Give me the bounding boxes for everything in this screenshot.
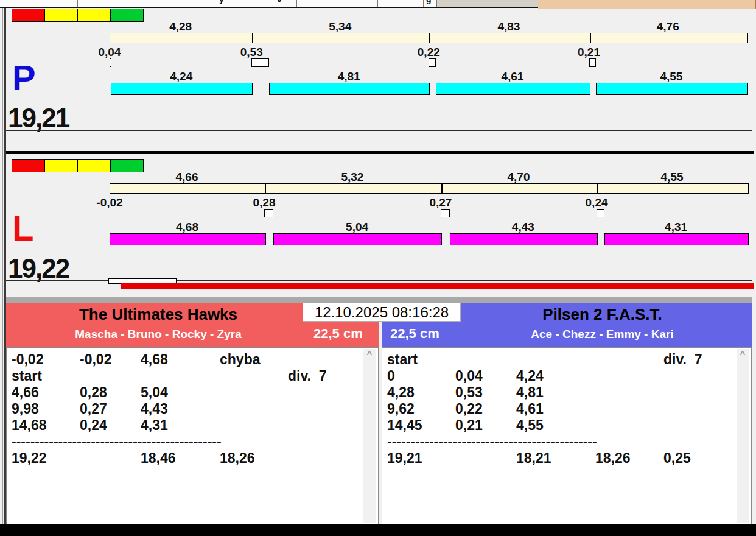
table-cell: 4,81 xyxy=(516,384,595,401)
toolbar-strip[interactable]: y v g xyxy=(0,0,538,7)
table-row: 00,044,24 xyxy=(382,368,737,384)
toolbar-segment xyxy=(437,0,538,7)
table-cell xyxy=(455,450,516,467)
table-cell xyxy=(516,351,595,368)
section-divider xyxy=(6,297,752,303)
dog-time-bar xyxy=(269,83,430,95)
lane-p: P 19,21 4,285,344,834,760,040,530,220,21… xyxy=(6,9,754,151)
status-light xyxy=(77,9,111,22)
table-cell xyxy=(220,401,288,417)
lane-underline-tick xyxy=(7,281,7,286)
table-cell xyxy=(663,368,737,384)
table-cell xyxy=(220,368,288,384)
table-cell: 18,21 xyxy=(516,450,595,467)
lane-l: L 19,22 4,665,324,704,55-0,020,280,270,2… xyxy=(6,154,754,297)
table-cell xyxy=(595,368,663,384)
table-cell: 9,98 xyxy=(12,401,80,417)
status-light xyxy=(110,159,144,172)
team-name: The Ultimates Hawks xyxy=(6,305,310,324)
status-lights xyxy=(12,9,144,22)
split-time-label: 4,66 xyxy=(175,171,198,184)
split-time-label: 4,83 xyxy=(497,20,520,34)
team-members: Ace - Chezz - Emmy - Kari xyxy=(458,328,747,341)
split-bar xyxy=(110,33,748,43)
changeover-time-label: 0,24 xyxy=(586,196,608,210)
jump-height-badge: 22,5 cm xyxy=(313,326,363,342)
changeover-time-label: 0,21 xyxy=(578,46,600,59)
scroll-up-arrow[interactable]: ^ xyxy=(363,350,376,359)
split-time-label: 5,34 xyxy=(329,20,351,34)
changeover-time-label: 0,27 xyxy=(429,196,452,210)
table-cell: 14,68 xyxy=(12,417,80,434)
changeover-marker xyxy=(429,58,436,67)
table-cell: 4,55 xyxy=(516,417,595,434)
scrollbar[interactable]: ^ xyxy=(737,349,749,523)
timestamp: 12.10.2025 08:16:28 xyxy=(303,303,461,322)
table-cell: 0,27 xyxy=(80,401,141,417)
table-row: 14,680,244,31 xyxy=(7,417,363,434)
changeover-marker xyxy=(110,208,110,219)
table-cell: -0,02 xyxy=(80,351,141,368)
scrollbar[interactable]: ^ xyxy=(363,349,376,523)
table-cell xyxy=(663,384,737,401)
changeover-marker xyxy=(441,209,450,217)
status-light xyxy=(77,159,111,172)
table-cell: 19,21 xyxy=(387,450,455,467)
split-bar-segment xyxy=(265,184,441,193)
dog-time-bar xyxy=(604,233,749,245)
table-row: 14,450,214,55 xyxy=(382,417,737,434)
dog-time-bar xyxy=(436,83,590,95)
dog-time-label: 4,31 xyxy=(665,220,687,234)
toolbar-divider xyxy=(131,0,131,7)
table-row: 4,280,534,81 xyxy=(382,384,737,401)
table-cell: 14,45 xyxy=(387,417,455,434)
scroll-up-arrow[interactable]: ^ xyxy=(737,350,749,359)
table-cell xyxy=(220,417,288,434)
lane-p-letter: P xyxy=(12,60,36,96)
table-row: startdiv. 7 xyxy=(382,351,737,368)
jump-height-badge: 22,5 cm xyxy=(390,326,439,342)
table-total-row: 19,2118,2118,260,25 xyxy=(382,450,737,467)
table-cell: 4,24 xyxy=(516,368,595,384)
table-cell: 4,31 xyxy=(141,417,220,434)
split-bar-segment xyxy=(597,184,748,193)
table-cell xyxy=(288,450,363,467)
split-bar-segment xyxy=(441,184,597,193)
status-light xyxy=(110,9,144,22)
table-cell: 4,43 xyxy=(141,401,220,417)
dog-time-bar xyxy=(450,233,598,245)
table-cell: 18,26 xyxy=(220,450,288,467)
split-time-label: 4,55 xyxy=(661,171,684,184)
table-cell: 18,46 xyxy=(141,450,220,467)
results-rows: -0,02-0,024,68chybastartdiv. 74,660,285,… xyxy=(7,351,363,467)
table-cell: 0,22 xyxy=(455,401,516,417)
status-light xyxy=(12,9,45,22)
table-cell: 4,28 xyxy=(387,384,455,401)
toolbar-divider xyxy=(180,0,180,7)
table-cell xyxy=(141,368,220,384)
changeover-time-label: 0,28 xyxy=(253,196,275,210)
table-cell: 18,26 xyxy=(595,450,663,467)
changeover-marker xyxy=(251,58,269,67)
toolbar-text-fragment: v xyxy=(277,0,282,4)
lane-p-total-time: 19,21 xyxy=(8,105,69,132)
table-cell xyxy=(663,401,737,417)
split-bar-segment xyxy=(590,34,747,43)
table-cell: 0,24 xyxy=(80,417,141,434)
toolbar-divider xyxy=(423,0,424,7)
results-rows: startdiv. 700,044,244,280,534,819,620,22… xyxy=(382,351,737,467)
status-light xyxy=(44,159,78,172)
dog-time-bar xyxy=(273,233,442,245)
dog-time-label: 4,61 xyxy=(501,70,523,83)
dog-time-label: 5,04 xyxy=(346,220,368,234)
table-cell: 5,04 xyxy=(141,384,220,401)
table-row: startdiv. 7 xyxy=(7,368,363,384)
toolbar-divider xyxy=(296,0,297,7)
table-cell: -0,02 xyxy=(12,351,80,368)
changeover-marker xyxy=(589,58,596,67)
changeover-time-label: 0,53 xyxy=(240,46,263,59)
split-bar xyxy=(110,183,749,194)
table-cell: 0,04 xyxy=(455,368,516,384)
table-cell xyxy=(595,417,663,434)
dog-time-label: 4,81 xyxy=(338,70,360,83)
